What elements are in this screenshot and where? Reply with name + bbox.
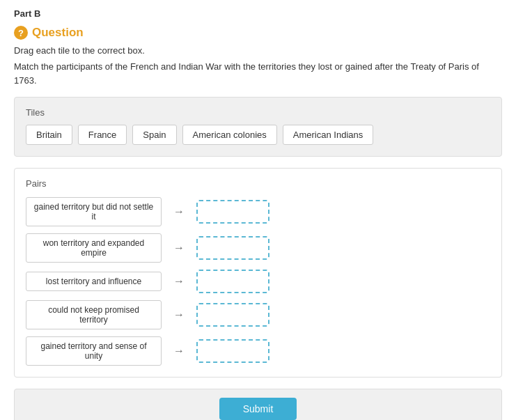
- tile-france[interactable]: France: [78, 125, 127, 145]
- submit-button[interactable]: Submit: [219, 398, 297, 420]
- pair-left-row1: gained territory but did not settle it: [26, 197, 162, 226]
- pair-right-dropzone-row4[interactable]: [196, 303, 269, 327]
- tiles-label: Tiles: [26, 107, 490, 118]
- pair-right-dropzone-row2[interactable]: [196, 236, 269, 260]
- arrow-icon-row2: →: [169, 242, 189, 254]
- submit-bar: Submit: [14, 389, 502, 420]
- arrow-icon-row4: →: [169, 309, 189, 321]
- part-label: Part B: [14, 8, 502, 19]
- tiles-box: Tiles BritainFranceSpainAmerican colonie…: [14, 97, 502, 157]
- pair-left-row5: gained territory and sense of unity: [26, 336, 162, 366]
- question-icon: ?: [14, 26, 28, 40]
- pairs-label: Pairs: [26, 178, 490, 189]
- tile-spain[interactable]: Spain: [132, 125, 176, 145]
- pair-left-row2: won territory and expanded empire: [26, 233, 162, 263]
- pair-row-row4: could not keep promised territory→: [26, 300, 490, 329]
- instruction-text: Drag each tile to the correct box.: [14, 45, 502, 56]
- pair-right-dropzone-row3[interactable]: [196, 270, 269, 293]
- pair-row-row5: gained territory and sense of unity→: [26, 336, 490, 366]
- question-title: Question: [32, 26, 84, 40]
- pair-row-row1: gained territory but did not settle it→: [26, 197, 490, 226]
- description-text: Match the participants of the French and…: [14, 60, 502, 87]
- arrow-icon-row3: →: [169, 275, 189, 288]
- tile-american-colonies[interactable]: American colonies: [182, 125, 277, 145]
- pair-right-dropzone-row5[interactable]: [196, 339, 269, 363]
- pairs-box: Pairs gained territory but did not settl…: [14, 168, 502, 378]
- tile-britain[interactable]: Britain: [26, 125, 72, 145]
- tile-american-indians[interactable]: American Indians: [283, 125, 373, 145]
- pair-row-row3: lost territory and influence→: [26, 270, 490, 293]
- pair-left-row4: could not keep promised territory: [26, 300, 162, 329]
- arrow-icon-row5: →: [169, 345, 189, 357]
- pair-left-row3: lost territory and influence: [26, 272, 162, 291]
- pair-right-dropzone-row1[interactable]: [196, 200, 269, 224]
- tiles-row: BritainFranceSpainAmerican coloniesAmeri…: [26, 125, 490, 145]
- pair-row-row2: won territory and expanded empire→: [26, 233, 490, 263]
- pairs-rows: gained territory but did not settle it→w…: [26, 197, 490, 366]
- arrow-icon-row1: →: [169, 205, 189, 218]
